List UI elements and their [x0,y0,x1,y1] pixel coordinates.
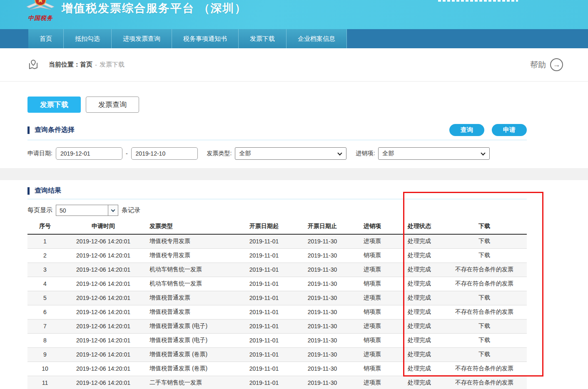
cell-apply-time: 2019-12-06 14:20:01 [62,263,144,277]
table-row: 7 2019-12-06 14:20:01 增值税普通发票 (电子) 2019-… [27,319,527,333]
cell-direction: 进项票 [350,347,394,362]
table-row: 9 2019-12-06 14:20:01 增值税普通发票 (卷票) 2019-… [27,347,527,362]
cell-date-from: 2019-11-01 [234,347,294,362]
query-actions: 查询 申请 [449,124,527,136]
cell-date-to: 2019-11-30 [294,263,350,277]
nav-item-input-invoice-query[interactable]: 进项发票查询 [112,29,172,48]
date-to-input[interactable] [131,147,198,160]
cell-date-from: 2019-11-01 [234,248,294,263]
download-link[interactable]: 下载 [442,234,527,248]
cell-status: 处理完成 [394,376,442,389]
cell-apply-time: 2019-12-06 14:20:01 [62,305,144,319]
tab-invoice-download[interactable]: 发票下载 [27,97,81,113]
clipped-header-text [438,0,518,2]
cell-invoice-type: 机动车销售统一发票 [144,277,234,291]
download-link[interactable]: 下载 [442,291,527,305]
cell-direction: 销项票 [350,248,394,263]
page-size-select[interactable]: 50 [56,205,118,216]
page-title: 增值税发票综合服务平台 （深圳） [62,1,247,16]
page-size-value: 50 [60,207,66,214]
cell-date-to: 2019-11-30 [294,319,350,333]
cell-status: 处理完成 [394,362,442,376]
apply-button[interactable]: 申请 [492,124,527,136]
breadcrumb-bar: 当前位置： 首页 - 发票下载 帮助 → [0,48,588,82]
page-size-prefix: 每页显示 [27,206,52,214]
page-size-row: 每页显示 50 条记录 [27,205,527,216]
invoice-type-select[interactable]: 全部 [235,147,346,160]
page: 中国税务 增值税发票综合服务平台 （深圳） 首页 抵扣勾选 进项发票查询 税务事… [0,0,588,389]
date-from-input[interactable] [56,147,122,160]
table-header-row: 序号 申请时间 发票类型 开票日期起 开票日期止 进销项 处理状态 下载 [27,218,527,234]
breadcrumb-home[interactable]: 首页 [80,61,92,69]
cell-apply-time: 2019-12-06 14:20:01 [62,333,144,347]
col-header-index: 序号 [27,218,62,234]
cell-invoice-type: 增值税专用发票 [144,234,234,248]
date-range-separator: - [126,150,128,157]
cell-download: 不存在符合条件的发票 [442,277,527,291]
direction-select[interactable]: 全部 [378,147,490,160]
cell-invoice-type: 增值税普通发票 (电子) [144,333,234,347]
cell-direction: 进项票 [350,319,394,333]
section-gap-band [0,168,588,180]
cell-index: 9 [27,347,62,362]
cell-invoice-type: 机动车销售统一发票 [144,263,234,277]
nav-item-tax-notice[interactable]: 税务事项通知书 [172,29,239,48]
nav-item-invoice-download[interactable]: 发票下载 [239,29,287,48]
cell-invoice-type: 增值税普通发票 [144,291,234,305]
chevron-down-icon [111,208,115,212]
col-header-date-to: 开票日期止 [294,218,350,234]
cell-download: 不存在符合条件的发票 [442,305,527,319]
query-section-title: 查询条件选择 [35,126,75,134]
cell-date-from: 2019-11-01 [234,277,294,291]
main-nav: 首页 抵扣勾选 进项发票查询 税务事项通知书 发票下载 企业档案信息 [0,29,588,48]
cell-date-from: 2019-11-01 [234,376,294,389]
nav-item-home[interactable]: 首页 [28,29,64,48]
cell-invoice-type: 增值税普通发票 (电子) [144,319,234,333]
cell-status: 处理完成 [394,347,442,362]
help-label: 帮助 [530,59,546,70]
download-link[interactable]: 下载 [442,248,527,263]
cell-direction: 销项票 [350,277,394,291]
section-divider [27,199,527,199]
table-row: 5 2019-12-06 14:20:01 增值税普通发票 2019-11-01… [27,291,527,305]
direction-label: 进销项: [356,150,375,157]
table-row: 8 2019-12-06 14:20:01 增值税普通发票 (电子) 2019-… [27,333,527,347]
location-map-icon [27,59,39,70]
cell-date-from: 2019-11-01 [234,234,294,248]
cell-invoice-type: 增值税专用发票 [144,248,234,263]
cell-date-to: 2019-11-30 [294,277,350,291]
cell-apply-time: 2019-12-06 14:20:01 [62,319,144,333]
cell-status: 处理完成 [394,305,442,319]
direction-value: 全部 [382,150,394,157]
nav-item-deduction-check[interactable]: 抵扣勾选 [64,29,112,48]
cell-invoice-type: 增值税普通发票 (卷票) [144,347,234,362]
cell-index: 11 [27,376,62,389]
results-table: 序号 申请时间 发票类型 开票日期起 开票日期止 进销项 处理状态 下载 1 2… [27,218,527,389]
col-header-date-from: 开票日期起 [234,218,294,234]
cell-download: 不存在符合条件的发票 [442,376,527,389]
china-tax-logo: 中国税务 [22,0,58,22]
table-row: 11 2019-12-06 14:20:01 二手车销售统一发票 2019-11… [27,376,527,389]
cell-download: 不存在符合条件的发票 [442,263,527,277]
cell-index: 5 [27,291,62,305]
download-link[interactable]: 下载 [442,347,527,362]
invoice-type-label: 发票类型: [207,150,232,157]
cell-date-to: 2019-11-30 [294,333,350,347]
results-section-header: 查询结果 [27,186,527,195]
cell-date-to: 2019-11-30 [294,291,350,305]
download-link[interactable]: 下载 [442,319,527,333]
cell-date-from: 2019-11-01 [234,362,294,376]
help-button[interactable]: 帮助 → [530,58,563,71]
cell-invoice-type: 增值税普通发票 (卷票) [144,362,234,376]
chevron-down-icon [481,151,486,155]
nav-item-enterprise-archive[interactable]: 企业档案信息 [287,29,347,48]
results-section-title: 查询结果 [35,186,61,195]
query-button[interactable]: 查询 [449,124,484,136]
cell-apply-time: 2019-12-06 14:20:01 [62,291,144,305]
cell-status: 处理完成 [394,319,442,333]
cell-download: 不存在符合条件的发票 [442,362,527,376]
cell-index: 4 [27,277,62,291]
tab-invoice-query[interactable]: 发票查询 [86,97,139,113]
download-link[interactable]: 下载 [442,333,527,347]
page-size-suffix: 条记录 [122,206,140,214]
